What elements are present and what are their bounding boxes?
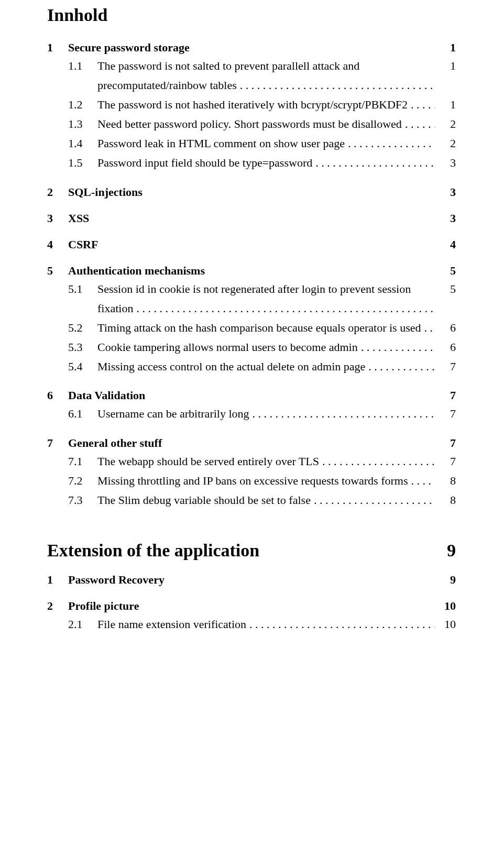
toc-section-number: 3	[47, 212, 68, 225]
toc-subsection-label: Password input field should be type=pass…	[97, 153, 435, 173]
toc-section-label: CSRF	[68, 238, 444, 251]
toc-section[interactable]: 6Data Validation7	[47, 389, 456, 402]
toc-section[interactable]: 2SQL-injections3	[47, 185, 456, 199]
toc-subsection-label: Missing access control on the actual del…	[97, 357, 435, 377]
toc-section[interactable]: 1Password Recovery9	[47, 573, 456, 587]
toc-section-label: SQL-injections	[68, 185, 444, 199]
toc-subsection-page: 6	[435, 318, 456, 338]
toc-page: Innhold 1Secure password storage11.1The …	[0, 0, 503, 655]
toc-subsection-number: 1.3	[47, 115, 97, 134]
toc-section-number: 2	[47, 185, 68, 199]
toc-section-number: 7	[47, 436, 68, 450]
toc-subsection-page: 10	[435, 615, 456, 634]
part-title: Extension of the application	[47, 541, 441, 561]
toc-subsection[interactable]: 1.2The password is not hashed iterativel…	[47, 95, 456, 115]
toc-section[interactable]: 3XSS3	[47, 212, 456, 225]
toc-subsection-page: 8	[435, 491, 456, 510]
toc-subsection-number: 6.1	[47, 404, 97, 424]
toc-subsection-page: 5	[435, 280, 456, 299]
toc-subsection-number: 7.3	[47, 491, 97, 510]
toc-subsection-label: Timing attack on the hash comparison bec…	[97, 318, 435, 338]
toc-subsection-label: Need better password policy. Short passw…	[97, 115, 435, 134]
toc-section-page: 9	[444, 573, 456, 587]
toc-section-label: Data Validation	[68, 389, 444, 402]
toc-section-number: 5	[47, 264, 68, 278]
toc-subsection-page: 1	[435, 95, 456, 115]
toc-subsection[interactable]: 1.5Password input field should be type=p…	[47, 153, 456, 173]
toc-subsection-page: 2	[435, 115, 456, 134]
toc-subsection-page: 8	[435, 471, 456, 491]
toc-subsection-page: 7	[435, 357, 456, 377]
toc-subsection[interactable]: 1.4Password leak in HTML comment on show…	[47, 134, 456, 153]
toc-subsection-page: 2	[435, 134, 456, 153]
toc-section-page: 4	[444, 238, 456, 251]
toc-subsection[interactable]: 1.3Need better password policy. Short pa…	[47, 115, 456, 134]
toc-section-number: 1	[47, 573, 68, 587]
toc-subsection-number: 5.1	[47, 280, 97, 299]
toc-section[interactable]: 1Secure password storage1	[47, 41, 456, 54]
toc-section-label: Password Recovery	[68, 573, 444, 587]
toc-section[interactable]: 7General other stuff7	[47, 436, 456, 450]
toc-section-number: 2	[47, 599, 68, 613]
toc-title: Innhold	[47, 5, 456, 25]
toc-section-number: 6	[47, 389, 68, 402]
toc-subsection-number: 5.4	[47, 357, 97, 377]
toc-subsection-number: 2.1	[47, 615, 97, 634]
toc-subsection-number: 7.2	[47, 471, 97, 491]
toc-subsection[interactable]: 5.4Missing access control on the actual …	[47, 357, 456, 377]
toc-section-label: Secure password storage	[68, 41, 444, 54]
toc-section[interactable]: 5Authentication mechanisms5	[47, 264, 456, 278]
toc-subsection-label: The password is not salted to prevent pa…	[97, 57, 435, 95]
toc-subsection-number: 1.4	[47, 134, 97, 153]
toc-subsection-number: 1.5	[47, 153, 97, 173]
toc-subsection-label: The Slim debug variable should be set to…	[97, 491, 435, 510]
toc-subsection-label: Username can be arbitrarily long	[97, 404, 435, 424]
toc-subsection-label: Password leak in HTML comment on show us…	[97, 134, 435, 153]
toc-section[interactable]: 2Profile picture10	[47, 599, 456, 613]
toc-subsection-number: 1.2	[47, 95, 97, 115]
toc-subsection[interactable]: 5.2Timing attack on the hash comparison …	[47, 318, 456, 338]
toc-subsection-label: Session id in cookie is not regenerated …	[97, 280, 435, 318]
toc-subsection-number: 1.1	[47, 57, 97, 76]
toc-subsection[interactable]: 1.1The password is not salted to prevent…	[47, 57, 456, 95]
toc-section-label: Profile picture	[68, 599, 438, 613]
toc-subsection-page: 3	[435, 153, 456, 173]
toc-subsection[interactable]: 5.1Session id in cookie is not regenerat…	[47, 280, 456, 318]
toc-section-page: 1	[444, 41, 456, 54]
toc-subsection-page: 1	[435, 57, 456, 76]
toc-subsection[interactable]: 2.1File name extension verification10	[47, 615, 456, 634]
toc-subsection[interactable]: 7.3The Slim debug variable should be set…	[47, 491, 456, 510]
toc-section-number: 1	[47, 41, 68, 54]
toc-subsection-label: The webapp should be served entirely ove…	[97, 452, 435, 471]
toc-subsection[interactable]: 5.3Cookie tampering allows normal users …	[47, 338, 456, 357]
toc-subsection-page: 6	[435, 338, 456, 357]
toc-subsection-page: 7	[435, 452, 456, 471]
toc-body-part2: 1Password Recovery92Profile picture102.1…	[47, 573, 456, 634]
toc-section-label: Authentication mechanisms	[68, 264, 444, 278]
toc-subsection-label: Cookie tampering allows normal users to …	[97, 338, 435, 357]
toc-section[interactable]: 4CSRF4	[47, 238, 456, 251]
toc-subsection[interactable]: 7.2Missing throttling and IP bans on exc…	[47, 471, 456, 491]
toc-body: 1Secure password storage11.1The password…	[47, 41, 456, 510]
toc-section-page: 5	[444, 264, 456, 278]
toc-subsection-label: File name extension verification	[97, 615, 435, 634]
part-heading-row: Extension of the application 9	[47, 541, 456, 561]
toc-section-page: 3	[444, 185, 456, 199]
toc-subsection-number: 5.3	[47, 338, 97, 357]
toc-subsection-label: The password is not hashed iteratively w…	[97, 95, 435, 115]
toc-section-page: 10	[438, 599, 456, 613]
toc-section-page: 3	[444, 212, 456, 225]
toc-section-page: 7	[444, 389, 456, 402]
toc-subsection[interactable]: 7.1The webapp should be served entirely …	[47, 452, 456, 471]
part-page: 9	[441, 541, 456, 561]
toc-section-label: XSS	[68, 212, 444, 225]
toc-subsection-label: Missing throttling and IP bans on excess…	[97, 471, 435, 491]
toc-subsection-number: 5.2	[47, 318, 97, 338]
toc-subsection-number: 7.1	[47, 452, 97, 471]
toc-section-page: 7	[444, 436, 456, 450]
toc-subsection-page: 7	[435, 404, 456, 424]
toc-subsection[interactable]: 6.1Username can be arbitrarily long7	[47, 404, 456, 424]
toc-section-label: General other stuff	[68, 436, 444, 450]
toc-section-number: 4	[47, 238, 68, 251]
